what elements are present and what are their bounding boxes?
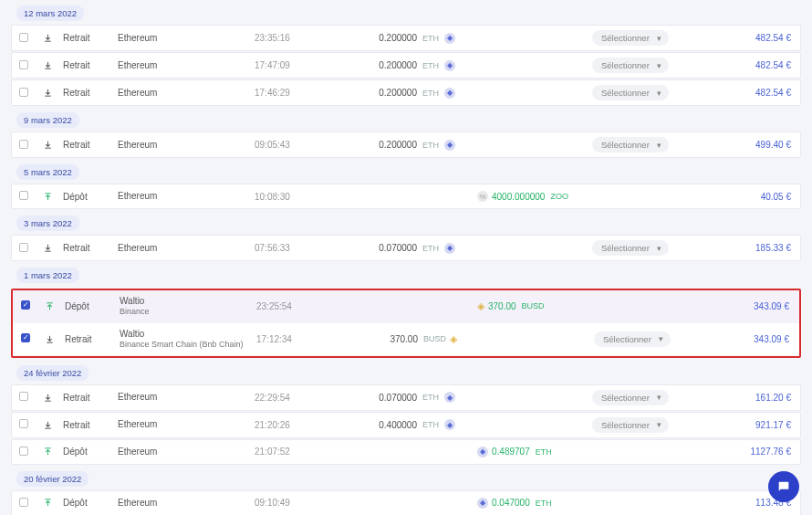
withdraw-icon	[43, 33, 53, 43]
row-checkbox[interactable]	[19, 498, 28, 507]
eth-icon: ◆	[444, 60, 455, 71]
eth-icon: ◆	[444, 243, 455, 254]
chat-button[interactable]	[768, 471, 799, 502]
date-badge: 3 mars 2022	[16, 215, 79, 231]
eur-amount[interactable]: 482.54 €	[755, 33, 791, 43]
highlighted-group: Dépôt WaltioBinance 23:25:54 ◈ 370.00 BU…	[11, 289, 801, 358]
source-primary: Ethereum	[118, 392, 157, 402]
eth-icon: ◆	[444, 88, 455, 99]
transaction-row: Retrait Ethereum 22:29:54 0.070000 ETH ◆…	[11, 384, 801, 411]
chevron-down-icon: ▾	[657, 61, 661, 70]
source-primary: Ethereum	[118, 88, 157, 98]
select-dropdown[interactable]: Sélectionner ▾	[592, 58, 669, 73]
eth-icon: ◆	[444, 33, 455, 44]
amount-out: 0.200000	[379, 88, 417, 98]
row-checkbox[interactable]	[19, 33, 28, 42]
tx-time: 23:25:54	[256, 301, 357, 311]
source-primary: Waltio	[120, 329, 144, 339]
row-checkbox[interactable]	[19, 191, 28, 200]
source-secondary: Binance Smart Chain (Bnb Chain)	[120, 340, 256, 350]
row-checkbox[interactable]	[19, 140, 28, 149]
date-badge: 12 mars 2022	[16, 5, 84, 21]
select-dropdown[interactable]: Sélectionner ▾	[592, 137, 669, 152]
select-dropdown[interactable]: Sélectionner ▾	[594, 331, 671, 347]
amount-out: 0.200000	[379, 140, 417, 150]
row-checkbox[interactable]	[19, 88, 28, 97]
transaction-row: Dépôt Ethereum 10:08:30 % 4000.000000 ZO…	[11, 184, 801, 209]
tx-type: Dépôt	[63, 192, 118, 202]
amount-out: 0.070000	[379, 243, 417, 253]
eur-amount[interactable]: 343.09 €	[754, 334, 789, 344]
tx-type: Dépôt	[65, 301, 120, 311]
chevron-down-icon: ▾	[657, 34, 661, 43]
source-primary: Ethereum	[118, 243, 157, 253]
tx-type: Dépôt	[63, 447, 118, 457]
eur-amount[interactable]: 161.20 €	[755, 393, 791, 403]
withdraw-icon	[43, 420, 53, 430]
tx-source: Ethereum	[118, 191, 255, 202]
tx-source: Ethereum	[118, 392, 255, 403]
eur-amount[interactable]: 185.33 €	[755, 243, 791, 253]
select-dropdown[interactable]: Sélectionner ▾	[592, 390, 669, 405]
eur-amount[interactable]: 499.40 €	[755, 140, 791, 150]
eth-icon: ◆	[477, 498, 488, 509]
transaction-row: Retrait Ethereum 21:20:26 0.400000 ETH ◆…	[11, 412, 801, 438]
ticker-out: ETH	[422, 420, 439, 429]
date-badge: 1 mars 2022	[16, 268, 79, 283]
select-label: Sélectionner	[601, 60, 650, 70]
eur-amount[interactable]: 1127.76 €	[751, 447, 792, 457]
row-checkbox[interactable]	[19, 243, 28, 252]
row-checkbox[interactable]	[19, 60, 28, 69]
chevron-down-icon: ▾	[657, 244, 661, 253]
eur-amount[interactable]: 921.17 €	[755, 420, 791, 430]
tx-type: Retrait	[63, 33, 118, 43]
tx-type: Retrait	[65, 334, 120, 344]
select-dropdown[interactable]: Sélectionner ▾	[592, 30, 669, 46]
eur-amount[interactable]: 482.54 €	[755, 88, 791, 98]
withdraw-icon	[43, 243, 53, 253]
deposit-icon	[43, 447, 53, 457]
row-checkbox[interactable]	[21, 333, 30, 342]
select-label: Sélectionner	[601, 420, 650, 430]
eth-icon: ◆	[444, 419, 455, 430]
ticker-out: ETH	[422, 393, 439, 402]
amount-out: 370.00	[390, 334, 418, 344]
row-checkbox[interactable]	[19, 447, 28, 456]
tx-source: Ethereum	[118, 33, 255, 44]
withdraw-icon	[43, 393, 53, 403]
eur-amount[interactable]: 40.05 €	[761, 192, 791, 202]
withdraw-icon	[43, 60, 53, 70]
eur-amount[interactable]: 482.54 €	[755, 60, 791, 70]
ticker-in: ZOO	[550, 192, 568, 201]
row-checkbox[interactable]	[19, 392, 28, 401]
row-checkbox[interactable]	[19, 419, 28, 428]
tx-type: Dépôt	[63, 498, 118, 508]
chevron-down-icon: ▾	[657, 393, 661, 402]
ticker-out: BUSD	[423, 334, 446, 343]
amount-in: 0.489707	[492, 447, 530, 457]
tx-source: WaltioBinance Smart Chain (Bnb Chain)	[120, 329, 256, 350]
amount-in: 370.00	[488, 301, 516, 311]
tx-time: 09:10:49	[255, 498, 355, 508]
transaction-row: Retrait Ethereum 23:35:16 0.200000 ETH ◆…	[11, 25, 801, 51]
select-dropdown[interactable]: Sélectionner ▾	[592, 240, 669, 256]
source-primary: Ethereum	[118, 419, 157, 429]
withdraw-icon	[45, 334, 55, 344]
amount-out: 0.070000	[379, 393, 417, 403]
amount-in: 0.047000	[492, 498, 530, 508]
tx-source: Ethereum	[118, 88, 255, 99]
source-primary: Ethereum	[118, 447, 157, 457]
amount-out: 0.400000	[379, 420, 417, 430]
chevron-down-icon: ▾	[657, 141, 661, 150]
busd-icon: ◈	[477, 300, 484, 312]
date-badge: 5 mars 2022	[16, 164, 79, 180]
source-primary: Waltio	[120, 296, 144, 306]
eur-amount[interactable]: 343.09 €	[754, 301, 789, 311]
transaction-row: Dépôt Ethereum 09:10:49 ◆ 0.047000 ETH 1…	[11, 490, 801, 515]
tx-time: 23:35:16	[255, 33, 355, 43]
row-checkbox[interactable]	[21, 300, 30, 310]
select-dropdown[interactable]: Sélectionner ▾	[592, 417, 669, 433]
select-dropdown[interactable]: Sélectionner ▾	[592, 85, 669, 100]
tx-type: Retrait	[63, 420, 118, 430]
tx-time: 22:29:54	[255, 393, 355, 403]
